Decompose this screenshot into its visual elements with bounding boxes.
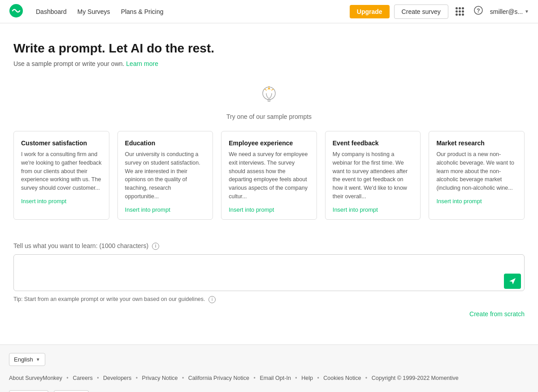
card-customer-satisfaction[interactable]: Customer satisfaction I work for a consu… xyxy=(13,131,109,220)
footer-link-developers[interactable]: Developers xyxy=(103,375,131,381)
nav-links: Dashboard My Surveys Plans & Pricing xyxy=(36,8,350,15)
footer-copyright: Copyright © 1999-2022 Momentive xyxy=(372,375,459,381)
trustedsite-badge: TrustedSite CERTIFIED SECURE xyxy=(54,390,89,392)
user-email: smiller@s... xyxy=(490,8,523,15)
nav-dashboard[interactable]: Dashboard xyxy=(36,8,67,15)
card-4-title: Market research xyxy=(436,139,517,147)
send-icon xyxy=(508,277,516,285)
card-4-body: Our product is a new non-alcoholic bever… xyxy=(436,150,517,192)
footer-link-cookies[interactable]: Cookies Notice xyxy=(323,375,361,381)
footer-link-about[interactable]: About SurveyMonkey xyxy=(9,375,62,381)
tip-text: Tip: Start from an example prompt or wri… xyxy=(13,296,525,303)
apps-icon xyxy=(456,7,464,16)
card-2-insert-link[interactable]: Insert into prompt xyxy=(229,206,309,213)
create-from-scratch-link[interactable]: Create from scratch xyxy=(469,310,525,318)
card-2-title: Employee experience xyxy=(229,139,309,147)
cards-row: Customer satisfaction I work for a consu… xyxy=(13,131,525,220)
separator: • xyxy=(136,375,138,381)
card-0-title: Customer satisfaction xyxy=(21,139,102,147)
card-event-feedback[interactable]: Event feedback My company is hosting a w… xyxy=(325,131,421,220)
sample-prompt-label: Try one of our sample prompts xyxy=(13,113,525,120)
card-2-body: We need a survey for employee exit inter… xyxy=(229,150,309,201)
nav-plans-pricing[interactable]: Plans & Pricing xyxy=(121,8,164,15)
language-chevron-icon: ▼ xyxy=(36,357,40,362)
apps-icon-button[interactable] xyxy=(453,4,467,18)
lightbulb-icon xyxy=(13,85,525,108)
learn-more-link[interactable]: Learn more xyxy=(126,60,158,67)
separator: • xyxy=(365,375,367,381)
page-title: Write a prompt. Let AI do the rest. xyxy=(13,41,525,56)
tip-info-icon[interactable]: i xyxy=(208,296,216,303)
user-chevron-icon: ▼ xyxy=(525,9,529,14)
prompt-textarea-wrap xyxy=(13,254,525,292)
language-selector[interactable]: English ▼ xyxy=(9,353,45,366)
upgrade-button[interactable]: Upgrade xyxy=(350,5,390,18)
prompt-section: Tell us what you want to learn: (1000 ch… xyxy=(13,242,525,303)
svg-point-3 xyxy=(263,87,275,100)
card-1-body: Our university is conducting a survey on… xyxy=(125,150,206,201)
card-4-insert-link[interactable]: Insert into prompt xyxy=(436,198,517,205)
footer-links: About SurveyMonkey • Careers • Developer… xyxy=(9,373,529,383)
nav-my-surveys[interactable]: My Surveys xyxy=(78,8,110,15)
footer-link-email-opt-in[interactable]: Email Opt-In xyxy=(260,375,291,381)
footer-link-help[interactable]: Help xyxy=(301,375,313,381)
footer-link-careers[interactable]: Careers xyxy=(73,375,92,381)
help-icon-button[interactable]: ? xyxy=(471,3,486,20)
separator: • xyxy=(182,375,184,381)
create-scratch-row: Create from scratch xyxy=(13,310,525,318)
separator: • xyxy=(317,375,319,381)
user-menu[interactable]: smiller@s... ▼ xyxy=(490,8,529,15)
card-3-insert-link[interactable]: Insert into prompt xyxy=(333,206,413,213)
footer-link-ca-privacy[interactable]: California Privacy Notice xyxy=(188,375,249,381)
card-employee-experience[interactable]: Employee experience We need a survey for… xyxy=(221,131,317,220)
language-label: English xyxy=(14,356,33,363)
send-button[interactable] xyxy=(504,274,521,289)
card-0-body: I work for a consulting firm and we're l… xyxy=(21,150,102,192)
card-market-research[interactable]: Market research Our product is a new non… xyxy=(429,131,525,220)
create-survey-button[interactable]: Create survey xyxy=(394,4,448,19)
prompt-label: Tell us what you want to learn: (1000 ch… xyxy=(13,242,525,250)
footer-lang: English ▼ xyxy=(9,353,529,366)
card-education[interactable]: Education Our university is conducting a… xyxy=(117,131,213,220)
card-1-insert-link[interactable]: Insert into prompt xyxy=(125,206,206,213)
svg-text:?: ? xyxy=(477,8,480,14)
card-3-title: Event feedback xyxy=(333,139,413,147)
nav-actions: Upgrade Create survey ? smiller@s... ▼ xyxy=(350,3,529,20)
bbb-badge: BBB ACCREDITED BUSINESS xyxy=(9,390,48,392)
card-0-insert-link[interactable]: Insert into prompt xyxy=(21,198,102,205)
page-subtitle: Use a sample prompt or write your own. L… xyxy=(13,60,525,67)
separator: • xyxy=(66,375,68,381)
prompt-info-icon[interactable]: i xyxy=(152,243,159,250)
separator: • xyxy=(254,375,256,381)
footer: English ▼ About SurveyMonkey • Careers •… xyxy=(0,344,538,392)
separator: • xyxy=(295,375,297,381)
footer-badges: BBB ACCREDITED BUSINESS TrustedSite CERT… xyxy=(9,390,529,392)
navbar: Dashboard My Surveys Plans & Pricing Upg… xyxy=(0,0,538,23)
card-1-title: Education xyxy=(125,139,206,147)
help-icon: ? xyxy=(474,6,483,15)
logo[interactable] xyxy=(9,4,23,19)
prompt-input[interactable] xyxy=(13,254,525,291)
separator: • xyxy=(97,375,99,381)
main-content: Write a prompt. Let AI do the rest. Use … xyxy=(4,23,534,344)
footer-link-privacy[interactable]: Privacy Notice xyxy=(142,375,178,381)
card-3-body: My company is hosting a webinar for the … xyxy=(333,150,413,201)
